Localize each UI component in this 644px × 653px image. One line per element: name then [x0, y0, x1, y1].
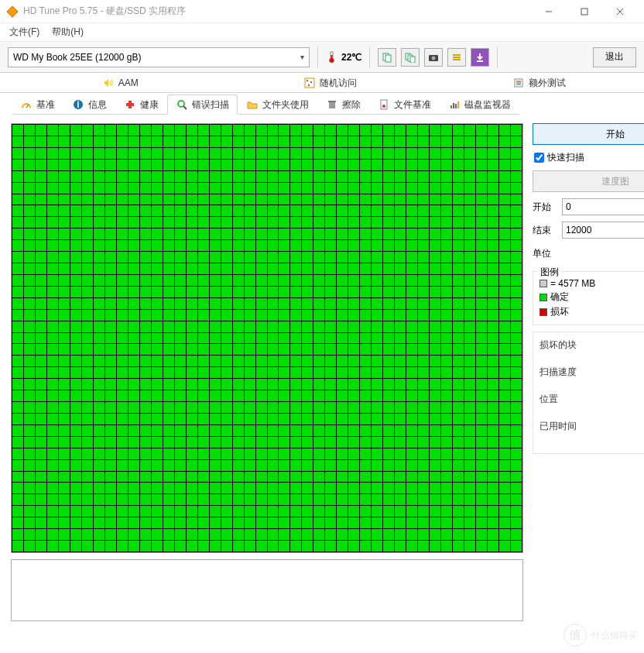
scan-block — [430, 252, 440, 263]
scan-block — [441, 483, 452, 493]
tab-random[interactable]: 随机访问 — [225, 73, 435, 93]
tab-benchmark[interactable]: 基准 — [12, 95, 63, 115]
scan-block — [117, 344, 128, 355]
scan-block — [395, 310, 406, 321]
exit-button[interactable]: 退出 — [593, 47, 636, 67]
scan-block — [12, 529, 23, 540]
minimize-button[interactable] — [531, 0, 567, 23]
scan-block — [128, 125, 139, 136]
scan-block — [221, 483, 232, 493]
scan-block — [70, 275, 81, 286]
scan-block — [94, 506, 104, 517]
scan-block — [395, 321, 406, 332]
tab-errorscan[interactable]: 错误扫描 — [167, 95, 238, 115]
quickscan-checkbox[interactable] — [534, 153, 544, 163]
scan-block — [279, 183, 289, 194]
scan-block — [210, 136, 221, 147]
tab-filebench[interactable]: 文件基准 — [369, 95, 440, 115]
copy-all-button[interactable] — [401, 48, 420, 67]
start-input[interactable] — [563, 201, 644, 212]
end-input[interactable] — [563, 225, 644, 235]
quickscan-row: 快速扫描 — [533, 151, 644, 164]
scan-block — [36, 160, 46, 170]
scan-block — [476, 449, 487, 459]
scan-block — [94, 321, 104, 332]
scan-block — [290, 333, 301, 344]
scan-block — [441, 252, 452, 263]
scan-block — [464, 252, 475, 263]
scan-block — [70, 506, 81, 517]
scan-block — [24, 425, 35, 436]
scan-block — [406, 148, 417, 159]
scan-block — [511, 460, 522, 471]
scan-block — [245, 367, 255, 378]
scan-block — [476, 494, 487, 505]
legend-row-ok: 确定 — [540, 290, 644, 304]
scan-block — [128, 529, 139, 540]
scan-block — [59, 506, 70, 517]
scan-block — [36, 367, 46, 378]
maximize-button[interactable] — [567, 0, 602, 23]
scan-block — [453, 529, 464, 540]
scan-block — [94, 390, 104, 401]
tab-info[interactable]: i 信息 — [63, 95, 115, 115]
scan-block — [383, 506, 394, 517]
menu-file[interactable]: 文件(F) — [3, 26, 46, 39]
scan-block — [406, 344, 417, 355]
scan-block — [128, 171, 139, 182]
scan-block — [36, 414, 46, 424]
scan-block — [302, 229, 313, 239]
tab-erase[interactable]: 擦除 — [317, 95, 369, 115]
close-button[interactable] — [602, 0, 638, 23]
drive-select[interactable]: WD My Book 25EE (12000 gB) ▾ — [8, 47, 310, 67]
scan-block — [187, 344, 197, 355]
scan-block — [418, 460, 429, 471]
scan-block — [348, 171, 359, 182]
scan-block — [430, 425, 440, 436]
scan-block — [233, 449, 244, 459]
quickscan-label: 快速扫描 — [547, 151, 584, 164]
end-spinner[interactable]: ▲▼ — [562, 222, 644, 239]
scan-block — [24, 517, 35, 528]
copy-button[interactable] — [378, 48, 396, 67]
scan-block — [70, 240, 81, 251]
scan-block — [268, 367, 279, 378]
scan-block — [360, 183, 371, 194]
scan-block — [140, 414, 151, 424]
scan-block — [279, 160, 289, 170]
tab-extra[interactable]: 额外测试 — [434, 73, 644, 93]
tab-label: 基准 — [36, 98, 55, 112]
start-spinner[interactable]: ▲▼ — [562, 198, 644, 215]
scan-block — [325, 402, 336, 413]
scan-block — [233, 506, 244, 517]
menu-help[interactable]: 帮助(H) — [46, 26, 90, 39]
scan-block — [198, 183, 209, 194]
scan-block — [47, 506, 58, 517]
tab-folder[interactable]: 文件夹使用 — [238, 95, 317, 115]
scan-block — [464, 298, 475, 309]
scan-block — [279, 414, 289, 424]
tab-monitor[interactable]: 磁盘监视器 — [440, 95, 519, 115]
scan-block — [453, 344, 464, 355]
scan-block — [47, 240, 58, 251]
save-button[interactable] — [471, 48, 489, 67]
scan-block — [256, 183, 267, 194]
scan-block — [395, 171, 406, 182]
scan-block — [453, 379, 464, 390]
scan-block — [499, 356, 510, 366]
scan-block — [406, 136, 417, 147]
tab-aam[interactable]: AAM — [15, 73, 225, 93]
scan-block — [36, 494, 46, 505]
scan-block — [70, 517, 81, 528]
scan-block — [140, 449, 151, 459]
options-button[interactable] — [447, 48, 466, 67]
scan-block — [82, 240, 93, 251]
scan-block — [105, 402, 116, 413]
scan-block — [233, 252, 244, 263]
tab-health[interactable]: 健康 — [115, 95, 167, 115]
scan-block — [140, 344, 151, 355]
scan-block — [187, 125, 197, 136]
scan-block — [140, 298, 151, 309]
screenshot-button[interactable] — [424, 48, 443, 67]
start-button[interactable]: 开始 — [533, 123, 644, 145]
